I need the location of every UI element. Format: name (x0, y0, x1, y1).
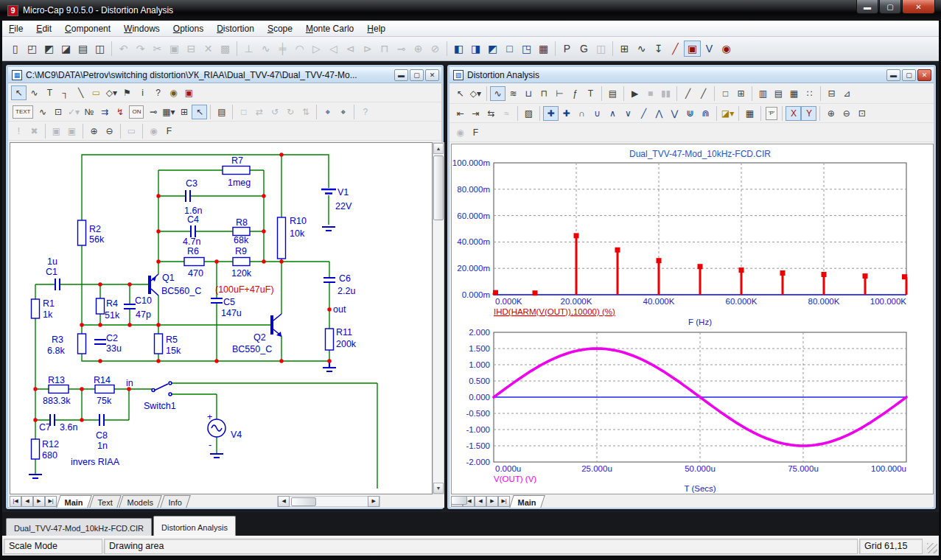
zoom-out-icon[interactable]: ⊖ (102, 124, 117, 139)
scroll-down-icon[interactable]: ▼ (433, 483, 444, 494)
menu-help[interactable]: Help (360, 21, 392, 36)
page-nav-3[interactable]: ▶| (45, 496, 57, 507)
transistor-tool-icon[interactable]: ⊲ (342, 41, 359, 57)
scroll-right-icon[interactable]: ▶ (368, 496, 379, 507)
select-mode-icon[interactable]: ↖ (452, 86, 468, 101)
grid-vertical-icon[interactable]: ▥ (755, 86, 771, 101)
flag-mode-icon[interactable]: ⚑ (119, 85, 135, 100)
page-tab-info[interactable]: Info (160, 495, 191, 508)
inductor-tool-icon[interactable]: ◠ (291, 41, 308, 57)
shape-mode-icon[interactable]: ◇▾ (468, 86, 483, 101)
capacitor-C10[interactable] (124, 304, 136, 309)
menu-scope[interactable]: Scope (261, 21, 299, 36)
inflection-icon[interactable]: ╱ (636, 106, 651, 121)
zoom-fit-icon[interactable]: ⊡ (854, 106, 870, 121)
grid-horizontal-icon[interactable]: ▤ (771, 86, 786, 101)
probe-icon[interactable]: ↧ (650, 41, 667, 57)
analysis-window[interactable]: ▧ Distortion Analysis ▬ ▢ ✕ ↖◇▾∿≋⊔⊓⊢ƒT▤▶… (447, 65, 936, 509)
capacitor-C6[interactable] (323, 278, 335, 282)
resistor-R9[interactable] (233, 258, 250, 266)
child-restore-button[interactable]: ▢ (902, 69, 916, 81)
component-browser-icon[interactable]: ⊞ (616, 41, 633, 57)
flip-vertical-icon[interactable]: ⇅ (298, 105, 313, 119)
resistor-R7[interactable] (223, 167, 250, 175)
page-tab-main[interactable]: Main (509, 495, 545, 508)
child-restore-button[interactable]: ▢ (410, 69, 424, 81)
scroll-up-icon[interactable]: ▲ (433, 143, 444, 154)
y-range-icon[interactable]: Y (801, 106, 816, 121)
cursor-mode-icon[interactable]: ∿ (490, 86, 506, 101)
folder-icon[interactable]: ▭ (124, 124, 139, 139)
grid-display-icon[interactable]: ▦▾ (161, 105, 176, 119)
models-f-icon[interactable]: F (161, 124, 177, 139)
pulse-source-tool-icon[interactable]: ⊓ (376, 41, 393, 57)
x-range-icon[interactable]: X (786, 106, 801, 121)
limits-icon[interactable]: ⊢ (552, 86, 567, 101)
attribute-text-icon[interactable]: ∿ (35, 105, 50, 119)
scroll-left-icon[interactable]: ◀ (278, 496, 290, 507)
state-display-icon[interactable]: ON (129, 105, 144, 119)
copy-icon[interactable]: ▣ (166, 41, 183, 57)
diode-tool-icon[interactable]: ▷ (308, 41, 325, 57)
select-all-icon[interactable]: ▩ (217, 41, 234, 57)
polygon-mode-icon[interactable]: ◇▾ (104, 85, 119, 100)
go-left-icon[interactable]: ✚ (543, 106, 559, 121)
text-mode-icon[interactable]: T (583, 86, 598, 101)
page-nav-4[interactable]: ▶| (498, 496, 510, 507)
close-button[interactable]: ✕ (902, 0, 935, 14)
child-close-button[interactable]: ✕ (425, 69, 439, 81)
menu-distortion[interactable]: Distortion (210, 21, 261, 36)
shape-editor-icon[interactable]: G (576, 41, 592, 57)
animate-icon[interactable]: ◉ (718, 41, 735, 57)
zoom-in-icon[interactable]: ⊕ (823, 106, 839, 121)
child-minimize-button[interactable]: ▬ (886, 69, 900, 81)
stop-icon[interactable]: ■ (643, 86, 658, 101)
low-icon[interactable]: ∨ (620, 106, 636, 121)
properties-icon[interactable]: ▤ (605, 86, 620, 101)
top-icon[interactable]: ⋀ (651, 106, 667, 121)
grid-both-icon[interactable]: ▦ (786, 86, 802, 101)
rotate-left-icon[interactable]: ↺ (267, 105, 282, 119)
run-icon[interactable]: ▶ (627, 86, 643, 101)
save-icon[interactable]: ◩ (41, 41, 57, 57)
redo-icon[interactable]: ↷ (132, 41, 149, 57)
text-mode-icon[interactable]: T (42, 85, 57, 100)
cursor-right-icon[interactable]: ⇥ (468, 106, 483, 121)
copy-picture-icon[interactable]: ▣ (49, 124, 64, 139)
help-mode-icon[interactable]: ? (150, 85, 166, 100)
switch-blade[interactable] (154, 384, 168, 391)
checklist-icon[interactable]: ✓▾ (66, 105, 81, 119)
text-visibility-button[interactable]: TEXT (13, 105, 33, 119)
capacitor-C5[interactable] (211, 298, 223, 303)
doc-tab-distortion-analysis[interactable]: Distortion Analysis (153, 516, 236, 536)
resistor-tool-icon[interactable]: ∿ (257, 41, 274, 57)
restore-button[interactable]: ▢ (879, 0, 901, 14)
chart-area[interactable]: Dual_TVV-47-Mod_10kHz-FCD.CIR100.000m80.… (451, 144, 934, 494)
rectangle-mode-icon[interactable]: ▭ (88, 85, 104, 100)
scope-icon[interactable]: ▣ (684, 41, 701, 57)
globe-icon[interactable]: ◉ (452, 125, 468, 140)
cascade-windows-icon[interactable]: ◩ (484, 41, 501, 57)
line-mode-icon[interactable]: ╱ (680, 86, 696, 101)
page-nav-0[interactable]: |◀ (10, 496, 21, 507)
capacitor-C4[interactable] (191, 225, 195, 237)
node-numbers-icon[interactable]: № (81, 105, 97, 119)
screwdriver-icon[interactable]: ╱ (667, 41, 684, 57)
page-tab-main[interactable]: Main (56, 495, 92, 508)
border-display-icon[interactable]: ⊞ (176, 105, 192, 119)
buffer-tool-icon[interactable]: ⊳ (359, 41, 376, 57)
child-minimize-button[interactable]: ▬ (394, 69, 408, 81)
pin-tool-icon[interactable]: ⊸ (393, 41, 410, 57)
resistor-R11[interactable] (326, 329, 334, 350)
rotate-right-icon[interactable]: ↻ (282, 105, 298, 119)
p-key-icon[interactable]: 'P' (766, 107, 777, 120)
zoom-out-icon[interactable]: ⊖ (839, 106, 854, 121)
page-tab-models[interactable]: Models (119, 495, 162, 508)
menu-component[interactable]: Component (58, 21, 117, 36)
peak-icon[interactable]: ∩ (574, 106, 590, 121)
line-mode-icon[interactable]: ╲ (73, 85, 88, 100)
info-point-icon[interactable]: ! (11, 124, 27, 139)
current-display-icon[interactable]: ⇉ (97, 105, 112, 119)
zener-tool-icon[interactable]: ◁ (325, 41, 342, 57)
hscroll-thumb[interactable] (291, 497, 316, 506)
